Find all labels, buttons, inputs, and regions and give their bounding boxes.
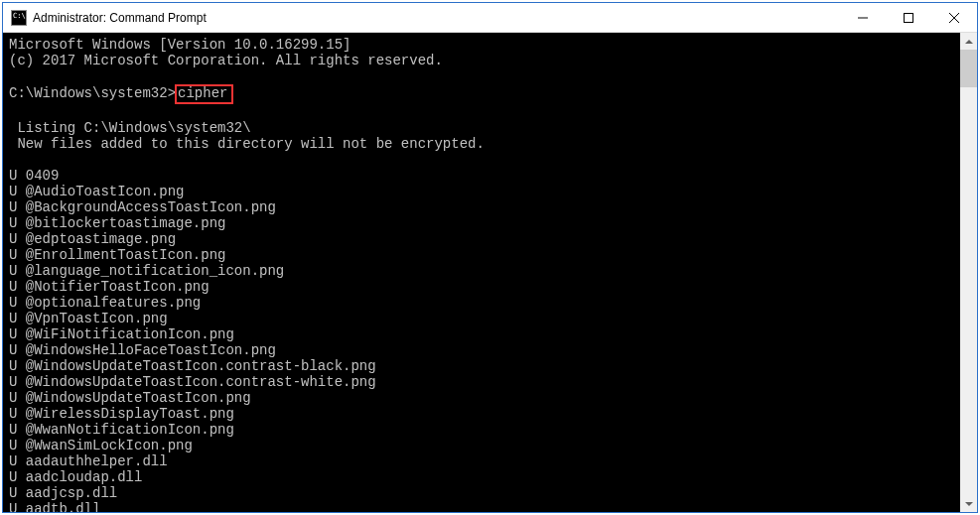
scroll-down-button[interactable] xyxy=(960,495,977,512)
terminal-line: U @WwanNotificationIcon.png xyxy=(9,422,954,438)
terminal-line: U @VpnToastIcon.png xyxy=(9,311,954,326)
prompt-prefix: C:\Windows\system32> xyxy=(9,85,176,101)
terminal-line: U @WiFiNotificationIcon.png xyxy=(9,326,954,342)
minimize-button[interactable] xyxy=(840,3,886,33)
terminal-line: U @WirelessDisplayToast.png xyxy=(9,406,954,422)
prompt-line: C:\Windows\system32>cipher xyxy=(9,84,954,104)
terminal-line: U @bitlockertoastimage.png xyxy=(9,215,954,231)
terminal-line: U @edptoastimage.png xyxy=(9,231,954,247)
terminal-line: U @NotifierToastIcon.png xyxy=(9,279,954,295)
svg-marker-7 xyxy=(965,40,973,44)
svg-rect-4 xyxy=(905,13,913,22)
terminal-line: Listing C:\Windows\system32\ xyxy=(9,120,954,136)
terminal-output[interactable]: Microsoft Windows [Version 10.0.16299.15… xyxy=(3,33,960,512)
scrollbar-thumb[interactable] xyxy=(960,50,977,87)
scrollbar-track[interactable] xyxy=(960,50,977,495)
terminal-line: U @BackgroundAccessToastIcon.png xyxy=(9,199,954,215)
entered-command: cipher xyxy=(175,84,233,104)
terminal-line: Microsoft Windows [Version 10.0.16299.15… xyxy=(9,37,954,53)
client-area: Microsoft Windows [Version 10.0.16299.15… xyxy=(3,33,977,512)
terminal-blank-line xyxy=(9,68,954,84)
terminal-line: U aadtb.dll xyxy=(9,501,954,512)
terminal-line: U @language_notification_icon.png xyxy=(9,263,954,279)
svg-marker-8 xyxy=(965,502,973,506)
window-title: Administrator: Command Prompt xyxy=(33,11,207,25)
vertical-scrollbar[interactable] xyxy=(960,33,977,512)
close-button[interactable] xyxy=(931,3,977,33)
terminal-line: U aadjcsp.dll xyxy=(9,485,954,501)
terminal-line: U @WwanSimLockIcon.png xyxy=(9,438,954,453)
terminal-line: U 0409 xyxy=(9,168,954,184)
command-prompt-window: C:\ Administrator: Command Prompt Micros… xyxy=(2,2,978,513)
terminal-line: U aadcloudap.dll xyxy=(9,469,954,485)
terminal-line: U @optionalfeatures.png xyxy=(9,295,954,311)
titlebar[interactable]: C:\ Administrator: Command Prompt xyxy=(3,3,977,33)
terminal-line: U @WindowsUpdateToastIcon.contrast-black… xyxy=(9,358,954,374)
terminal-line: New files added to this directory will n… xyxy=(9,136,954,152)
terminal-line: U aadauthhelper.dll xyxy=(9,453,954,469)
terminal-blank-line xyxy=(9,152,954,168)
terminal-line: U @WindowsUpdateToastIcon.png xyxy=(9,390,954,406)
cmd-icon: C:\ xyxy=(11,10,27,26)
svg-text:C:\: C:\ xyxy=(13,12,26,20)
terminal-line: (c) 2017 Microsoft Corporation. All righ… xyxy=(9,53,954,68)
terminal-line: U @EnrollmentToastIcon.png xyxy=(9,247,954,263)
terminal-line: U @WindowsHelloFaceToastIcon.png xyxy=(9,342,954,358)
maximize-button[interactable] xyxy=(886,3,931,33)
scroll-up-button[interactable] xyxy=(960,33,977,50)
terminal-line: U @AudioToastIcon.png xyxy=(9,184,954,199)
terminal-line: U @WindowsUpdateToastIcon.contrast-white… xyxy=(9,374,954,390)
terminal-blank-line xyxy=(9,104,954,120)
